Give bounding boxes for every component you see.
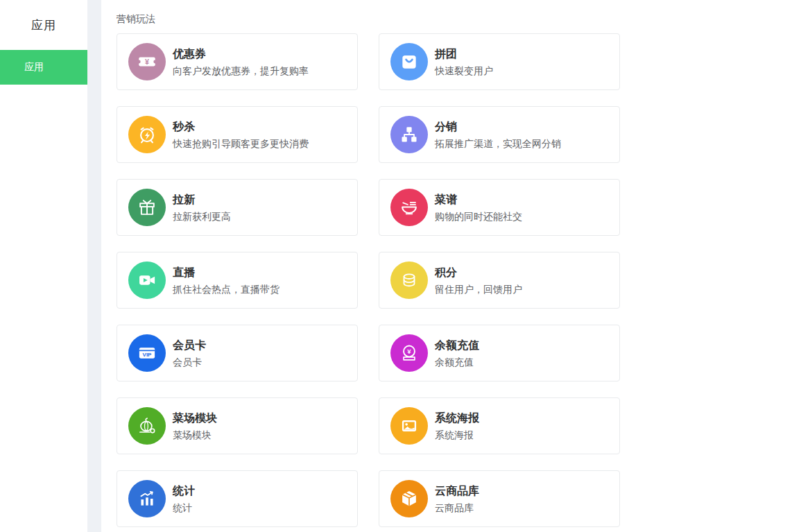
- app-card-grid: ¥ 优惠券 向客户发放优惠券，提升复购率 拼团 快速裂变用户 秒杀 快速抢购引导…: [117, 33, 801, 527]
- coin-recharge-icon: ¥: [390, 334, 428, 372]
- video-camera-icon: [128, 261, 166, 299]
- section-title: 营销玩法: [117, 12, 801, 26]
- app-card-title: 秒杀: [173, 119, 309, 135]
- sidebar-item-label: 应用: [24, 61, 44, 74]
- app-card-description: 购物的同时还能社交: [435, 210, 522, 223]
- org-chart-icon: [390, 116, 428, 153]
- sidebar-title: 应用: [0, 0, 87, 50]
- app-card-title: 会员卡: [173, 338, 206, 353]
- shopping-bag-icon: [390, 43, 428, 80]
- sidebar-item-apps[interactable]: 应用: [0, 50, 87, 85]
- app-card[interactable]: 云商品库 云商品库: [379, 470, 620, 527]
- coins-stack-icon: [390, 261, 428, 299]
- app-card-description: 抓住社会热点，直播带货: [173, 283, 279, 296]
- app-card[interactable]: VIP 会员卡 会员卡: [117, 325, 358, 381]
- svg-text:VIP: VIP: [143, 352, 153, 358]
- alarm-clock-icon: [128, 116, 166, 153]
- app-card-description: 统计: [173, 501, 195, 515]
- app-card-title: 积分: [435, 265, 522, 280]
- app-card[interactable]: 菜谱 购物的同时还能社交: [379, 179, 620, 236]
- app-card[interactable]: 统计 统计: [117, 470, 358, 527]
- app-card-description: 快速抢购引导顾客更多更快消费: [173, 137, 309, 151]
- gift-box-icon: [128, 189, 166, 226]
- app-card[interactable]: 系统海报 系统海报: [379, 397, 620, 454]
- app-card[interactable]: 直播 抓住社会热点，直播带货: [117, 252, 358, 309]
- app-card[interactable]: 拉新 拉新获利更高: [117, 179, 358, 236]
- app-card[interactable]: 积分 留住用户，回馈用户: [379, 252, 620, 309]
- app-card[interactable]: ¥ 余额充值 余额充值: [379, 325, 620, 381]
- app-card-title: 余额充值: [435, 338, 479, 353]
- app-card-description: 快速裂变用户: [435, 65, 493, 78]
- app-card-title: 分销: [435, 119, 561, 135]
- app-card-title: 拉新: [173, 192, 231, 207]
- vip-card-icon: VIP: [128, 334, 166, 372]
- app-card-title: 直播: [173, 265, 279, 280]
- app-card-title: 菜谱: [435, 192, 522, 207]
- app-card-description: 余额充值: [435, 356, 479, 369]
- app-card-title: 统计: [173, 483, 195, 499]
- app-card-title: 优惠券: [173, 46, 309, 62]
- app-page: 应用 应用 营销玩法 ¥ 优惠券 向客户发放优惠券，提升复购率 拼团 快速裂变用…: [0, 0, 801, 532]
- food-bowl-icon: [390, 189, 428, 226]
- app-card[interactable]: 菜场模块 菜场模块: [117, 397, 358, 454]
- app-card[interactable]: 分销 拓展推广渠道，实现全网分销: [379, 106, 620, 163]
- app-card-description: 向客户发放优惠券，提升复购率: [173, 65, 309, 78]
- app-card-description: 云商品库: [435, 501, 479, 515]
- app-card[interactable]: ¥ 优惠券 向客户发放优惠券，提升复购率: [117, 33, 358, 90]
- svg-text:¥: ¥: [145, 58, 149, 66]
- sidebar: 应用 应用: [0, 0, 87, 532]
- app-card-description: 留住用户，回馈用户: [435, 283, 522, 296]
- app-card-title: 云商品库: [435, 483, 479, 499]
- app-card-description: 系统海报: [435, 429, 479, 442]
- coupon-ticket-icon: ¥: [128, 43, 166, 80]
- app-card-title: 系统海报: [435, 411, 479, 426]
- package-box-icon: [390, 480, 428, 517]
- app-card-description: 会员卡: [173, 356, 206, 369]
- app-card-title: 菜场模块: [173, 411, 217, 426]
- app-card[interactable]: 秒杀 快速抢购引导顾客更多更快消费: [117, 106, 358, 163]
- main-content: 营销玩法 ¥ 优惠券 向客户发放优惠券，提升复购率 拼团 快速裂变用户 秒杀 快…: [101, 0, 801, 532]
- svg-text:¥: ¥: [407, 347, 411, 355]
- pumpkin-icon: [128, 407, 166, 445]
- bar-chart-icon: [128, 480, 166, 517]
- app-card-description: 拉新获利更高: [173, 210, 231, 223]
- app-card-title: 拼团: [435, 46, 493, 62]
- app-card-description: 菜场模块: [173, 429, 217, 442]
- poster-image-icon: [390, 407, 428, 445]
- app-card-description: 拓展推广渠道，实现全网分销: [435, 137, 561, 151]
- sidebar-content-divider: [87, 0, 101, 532]
- app-card[interactable]: 拼团 快速裂变用户: [379, 33, 620, 90]
